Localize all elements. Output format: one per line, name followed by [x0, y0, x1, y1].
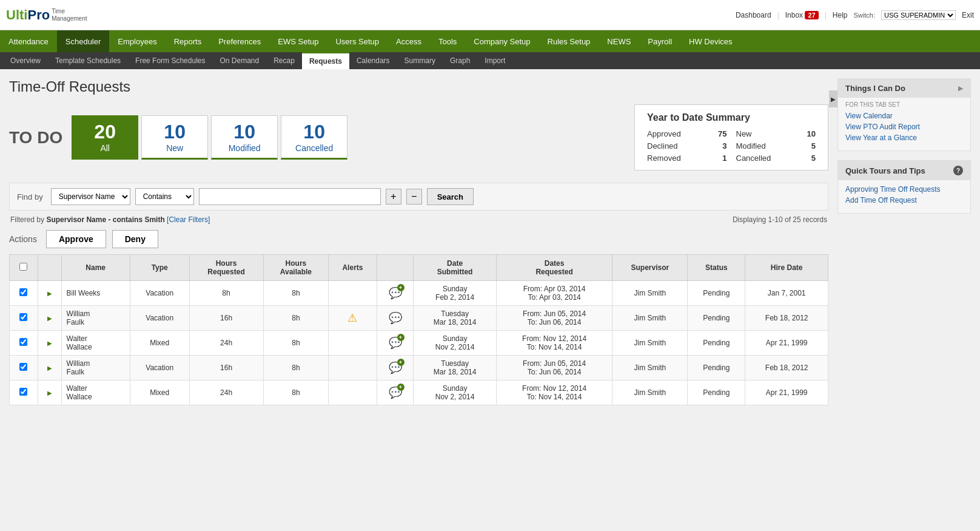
exit-link[interactable]: Exit	[962, 11, 974, 19]
sub-summary[interactable]: Summary	[397, 52, 443, 69]
row-checkbox[interactable]	[19, 388, 27, 396]
sub-import[interactable]: Import	[477, 52, 512, 69]
things-title: Things I Can Do ▶	[838, 79, 970, 98]
view-pto-audit-link[interactable]: View PTO Audit Report	[845, 123, 963, 131]
row-expand-cell[interactable]: ▶	[38, 281, 61, 306]
todo-card-modified[interactable]: 10 Modified	[211, 115, 278, 160]
comment-icon[interactable]: 💬+	[389, 361, 402, 374]
select-all-checkbox[interactable]	[19, 263, 27, 271]
row-comment-cell[interactable]: 💬	[377, 306, 414, 331]
row-expand-cell[interactable]: ▶	[38, 331, 61, 356]
row-expand-icon[interactable]: ▶	[47, 290, 52, 297]
sub-overview[interactable]: Overview	[3, 52, 48, 69]
dashboard-link[interactable]: Dashboard	[736, 11, 771, 19]
help-link[interactable]: Help	[833, 11, 848, 19]
sub-recap[interactable]: Recap	[266, 52, 302, 69]
row-expand-icon[interactable]: ▶	[47, 315, 52, 322]
row-expand-cell[interactable]: ▶	[38, 380, 61, 405]
nav-hw-devices[interactable]: HW Devices	[680, 30, 741, 52]
sub-on-demand[interactable]: On Demand	[212, 52, 266, 69]
todo-new-num: 10	[145, 121, 204, 143]
find-by-value-input[interactable]	[199, 188, 381, 205]
col-comments	[377, 255, 414, 281]
row-expand-icon[interactable]: ▶	[47, 390, 52, 396]
nav-news[interactable]: NEWS	[599, 30, 639, 52]
switch-select[interactable]: USG SUPERADMIN	[881, 10, 956, 20]
nav-rules-setup[interactable]: Rules Setup	[539, 30, 599, 52]
row-supervisor: Jim Smith	[612, 331, 688, 356]
top-nav: Dashboard | Inbox 27 | Help Switch: USG …	[736, 10, 974, 20]
sub-calendars[interactable]: Calendars	[349, 52, 397, 69]
sub-graph[interactable]: Graph	[443, 52, 477, 69]
add-filter-button[interactable]: +	[386, 189, 401, 205]
nav-scheduler[interactable]: Scheduler	[57, 30, 110, 52]
ytd-grid: Approved 75 New 10 Declined 3 Modified 5…	[647, 129, 816, 163]
comment-icon[interactable]: 💬+	[389, 386, 402, 399]
row-checkbox[interactable]	[19, 313, 27, 321]
things-i-can-do: Things I Can Do ▶ FOR THIS TAB SET View …	[837, 78, 971, 151]
sub-requests[interactable]: Requests	[302, 52, 349, 69]
row-name: Bill Weeks	[61, 281, 130, 306]
nav-access[interactable]: Access	[388, 30, 430, 52]
todo-card-all[interactable]: 20 All	[72, 115, 138, 160]
comment-icon[interactable]: 💬+	[389, 336, 402, 350]
add-time-off-link[interactable]: Add Time Off Request	[845, 196, 963, 205]
approve-button[interactable]: Approve	[46, 230, 106, 248]
row-comment-cell[interactable]: 💬+	[377, 380, 414, 405]
nav-ews-setup[interactable]: EWS Setup	[269, 30, 327, 52]
row-checkbox[interactable]	[19, 288, 27, 296]
row-alerts	[329, 331, 377, 356]
clear-filters-link[interactable]: [Clear Filters]	[167, 215, 210, 224]
ytd-new-val: 10	[785, 129, 816, 138]
table-row: ▶William FaulkVacation16h8h💬+TuesdayMar …	[10, 356, 828, 380]
ytd-modified-label: Modified	[736, 141, 777, 151]
ytd-section: Year to Date Summary Approved 75 New 10 …	[634, 104, 828, 171]
ytd-approved-val: 75	[697, 129, 727, 138]
nav-payroll[interactable]: Payroll	[639, 30, 680, 52]
nav-reports[interactable]: Reports	[166, 30, 210, 52]
todo-card-new[interactable]: 10 New	[141, 115, 208, 160]
row-expand-cell[interactable]: ▶	[38, 356, 61, 380]
col-arrow	[38, 255, 61, 281]
view-year-glance-link[interactable]: View Year at a Glance	[845, 134, 963, 142]
nav-preferences[interactable]: Preferences	[210, 30, 269, 52]
row-hours-requested: 24h	[189, 331, 263, 356]
page-title: Time-Off Requests	[9, 78, 828, 95]
row-dates-requested: From: Jun 05, 2014To: Jun 06, 2014	[496, 306, 612, 331]
comment-icon[interactable]: 💬+	[389, 286, 402, 300]
sidebar-collapse-button[interactable]: ▶	[829, 90, 837, 107]
sub-template-schedules[interactable]: Template Schedules	[48, 52, 128, 69]
todo-card-cancelled[interactable]: 10 Cancelled	[281, 115, 347, 160]
inbox-link[interactable]: Inbox 27	[785, 11, 819, 19]
row-comment-cell[interactable]: 💬+	[377, 356, 414, 380]
search-button[interactable]: Search	[427, 188, 474, 205]
nav-attendance[interactable]: Attendance	[0, 30, 57, 52]
row-type: Mixed	[130, 331, 189, 356]
find-by-condition-select[interactable]: Contains Equals Starts With	[135, 188, 194, 205]
nav-company-setup[interactable]: Company Setup	[465, 30, 539, 52]
row-expand-icon[interactable]: ▶	[47, 340, 52, 347]
row-hire-date: Apr 21, 1999	[745, 331, 828, 356]
row-checkbox[interactable]	[19, 363, 27, 371]
deny-button[interactable]: Deny	[112, 230, 158, 248]
nav-tools[interactable]: Tools	[430, 30, 465, 52]
row-comment-cell[interactable]: 💬+	[377, 281, 414, 306]
row-expand-icon[interactable]: ▶	[47, 365, 52, 371]
row-checkbox[interactable]	[19, 338, 27, 346]
sub-free-form-schedules[interactable]: Free Form Schedules	[128, 52, 212, 69]
row-status: Pending	[688, 331, 745, 356]
nav-users-setup[interactable]: Users Setup	[327, 30, 388, 52]
find-by-field-select[interactable]: Supervisor Name Employee Name Status Typ…	[51, 188, 130, 205]
row-alerts: ⚠	[329, 306, 377, 331]
view-calendar-link[interactable]: View Calendar	[845, 112, 963, 120]
ytd-cancelled-label: Cancelled	[736, 154, 777, 163]
row-comment-cell[interactable]: 💬+	[377, 331, 414, 356]
comment-icon[interactable]: 💬	[389, 311, 402, 325]
help-icon[interactable]: ?	[953, 166, 963, 175]
switch-label: Switch:	[854, 12, 875, 19]
row-expand-cell[interactable]: ▶	[38, 306, 61, 331]
remove-filter-button[interactable]: −	[406, 189, 422, 205]
nav-employees[interactable]: Employees	[109, 30, 165, 52]
approving-time-off-link[interactable]: Approving Time Off Requests	[845, 185, 963, 194]
row-name: William Faulk	[61, 306, 130, 331]
